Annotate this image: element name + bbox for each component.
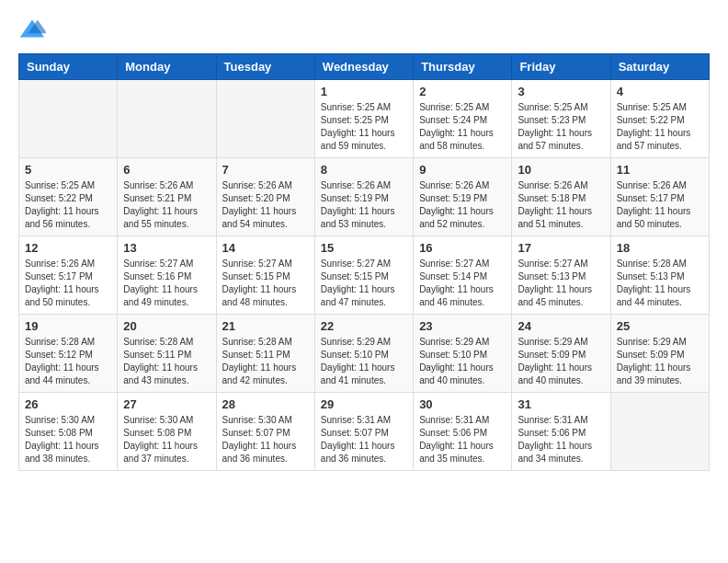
day-number: 13 [123,241,210,255]
calendar-day-26: 26Sunrise: 5:30 AM Sunset: 5:08 PM Dayli… [19,393,118,471]
day-info: Sunrise: 5:28 AM Sunset: 5:11 PM Dayligh… [222,336,309,387]
day-info: Sunrise: 5:28 AM Sunset: 5:13 PM Dayligh… [617,258,703,309]
calendar-day-27: 27Sunrise: 5:30 AM Sunset: 5:08 PM Dayli… [118,393,216,471]
calendar-day-24: 24Sunrise: 5:29 AM Sunset: 5:09 PM Dayli… [512,315,610,393]
day-info: Sunrise: 5:26 AM Sunset: 5:17 PM Dayligh… [25,258,111,309]
day-info: Sunrise: 5:26 AM Sunset: 5:21 PM Dayligh… [123,179,210,231]
day-info: Sunrise: 5:27 AM Sunset: 5:16 PM Dayligh… [123,258,210,309]
empty-cell [19,80,118,158]
day-number: 15 [321,241,407,255]
calendar-day-8: 8Sunrise: 5:26 AM Sunset: 5:19 PM Daylig… [314,158,413,236]
day-header-friday: Friday [512,54,610,80]
day-number: 9 [419,163,506,177]
day-number: 20 [123,319,210,333]
calendar-day-21: 21Sunrise: 5:28 AM Sunset: 5:11 PM Dayli… [216,315,314,393]
day-number: 29 [321,397,407,411]
calendar-day-3: 3Sunrise: 5:25 AM Sunset: 5:23 PM Daylig… [512,80,610,158]
calendar-day-16: 16Sunrise: 5:27 AM Sunset: 5:14 PM Dayli… [414,236,512,315]
day-info: Sunrise: 5:29 AM Sunset: 5:10 PM Dayligh… [321,336,407,387]
day-header-tuesday: Tuesday [216,54,314,80]
day-number: 25 [617,319,703,333]
page-header [18,18,710,39]
logo [18,18,50,39]
calendar-week-row: 5Sunrise: 5:25 AM Sunset: 5:22 PM Daylig… [19,158,710,236]
day-info: Sunrise: 5:27 AM Sunset: 5:14 PM Dayligh… [419,258,506,309]
day-info: Sunrise: 5:27 AM Sunset: 5:15 PM Dayligh… [321,258,407,309]
day-info: Sunrise: 5:25 AM Sunset: 5:22 PM Dayligh… [617,101,703,153]
empty-cell [118,80,216,158]
calendar-day-15: 15Sunrise: 5:27 AM Sunset: 5:15 PM Dayli… [314,236,413,315]
day-info: Sunrise: 5:25 AM Sunset: 5:22 PM Dayligh… [25,179,111,231]
day-header-wednesday: Wednesday [314,54,413,80]
day-number: 19 [25,319,111,333]
day-number: 31 [518,397,604,411]
day-number: 4 [617,85,703,98]
calendar-day-11: 11Sunrise: 5:26 AM Sunset: 5:17 PM Dayli… [610,158,709,236]
day-header-thursday: Thursday [414,54,512,80]
day-info: Sunrise: 5:26 AM Sunset: 5:17 PM Dayligh… [617,179,703,231]
day-info: Sunrise: 5:25 AM Sunset: 5:23 PM Dayligh… [518,101,604,153]
calendar-day-23: 23Sunrise: 5:29 AM Sunset: 5:10 PM Dayli… [414,315,512,393]
day-number: 8 [321,163,407,177]
calendar-day-4: 4Sunrise: 5:25 AM Sunset: 5:22 PM Daylig… [610,80,709,158]
calendar-week-row: 26Sunrise: 5:30 AM Sunset: 5:08 PM Dayli… [19,393,710,471]
calendar-day-9: 9Sunrise: 5:26 AM Sunset: 5:19 PM Daylig… [414,158,512,236]
calendar-week-row: 1Sunrise: 5:25 AM Sunset: 5:25 PM Daylig… [19,80,710,158]
day-number: 11 [617,163,703,177]
calendar-day-7: 7Sunrise: 5:26 AM Sunset: 5:20 PM Daylig… [216,158,314,236]
day-number: 2 [419,85,506,98]
calendar-day-2: 2Sunrise: 5:25 AM Sunset: 5:24 PM Daylig… [414,80,512,158]
calendar-table: SundayMondayTuesdayWednesdayThursdayFrid… [18,53,710,471]
calendar-day-20: 20Sunrise: 5:28 AM Sunset: 5:11 PM Dayli… [118,315,216,393]
day-number: 16 [419,241,506,255]
empty-cell [610,393,709,471]
day-info: Sunrise: 5:25 AM Sunset: 5:25 PM Dayligh… [321,101,407,153]
calendar-day-19: 19Sunrise: 5:28 AM Sunset: 5:12 PM Dayli… [19,315,118,393]
day-number: 21 [222,319,309,333]
day-header-monday: Monday [118,54,216,80]
day-info: Sunrise: 5:25 AM Sunset: 5:24 PM Dayligh… [419,101,506,153]
calendar-header-row: SundayMondayTuesdayWednesdayThursdayFrid… [19,54,710,80]
calendar-day-17: 17Sunrise: 5:27 AM Sunset: 5:13 PM Dayli… [512,236,610,315]
day-info: Sunrise: 5:31 AM Sunset: 5:06 PM Dayligh… [518,414,604,465]
day-header-saturday: Saturday [610,54,709,80]
day-info: Sunrise: 5:30 AM Sunset: 5:07 PM Dayligh… [222,414,309,465]
day-info: Sunrise: 5:26 AM Sunset: 5:18 PM Dayligh… [518,179,604,231]
day-number: 12 [25,241,111,255]
day-number: 18 [617,241,703,255]
calendar-day-13: 13Sunrise: 5:27 AM Sunset: 5:16 PM Dayli… [118,236,216,315]
day-info: Sunrise: 5:26 AM Sunset: 5:20 PM Dayligh… [222,179,309,231]
day-info: Sunrise: 5:26 AM Sunset: 5:19 PM Dayligh… [419,179,506,231]
day-number: 27 [123,397,210,411]
day-number: 17 [518,241,604,255]
day-number: 22 [321,319,407,333]
logo-icon [18,18,46,39]
day-info: Sunrise: 5:31 AM Sunset: 5:06 PM Dayligh… [419,414,506,465]
calendar-day-6: 6Sunrise: 5:26 AM Sunset: 5:21 PM Daylig… [118,158,216,236]
calendar-week-row: 19Sunrise: 5:28 AM Sunset: 5:12 PM Dayli… [19,315,710,393]
calendar-week-row: 12Sunrise: 5:26 AM Sunset: 5:17 PM Dayli… [19,236,710,315]
day-info: Sunrise: 5:28 AM Sunset: 5:12 PM Dayligh… [25,336,111,387]
day-number: 6 [123,163,210,177]
calendar-day-18: 18Sunrise: 5:28 AM Sunset: 5:13 PM Dayli… [610,236,709,315]
day-info: Sunrise: 5:27 AM Sunset: 5:13 PM Dayligh… [518,258,604,309]
day-info: Sunrise: 5:29 AM Sunset: 5:10 PM Dayligh… [419,336,506,387]
day-header-sunday: Sunday [19,54,118,80]
day-number: 3 [518,85,604,98]
calendar-day-28: 28Sunrise: 5:30 AM Sunset: 5:07 PM Dayli… [216,393,314,471]
day-info: Sunrise: 5:30 AM Sunset: 5:08 PM Dayligh… [25,414,111,465]
day-info: Sunrise: 5:27 AM Sunset: 5:15 PM Dayligh… [222,258,309,309]
day-number: 24 [518,319,604,333]
day-number: 14 [222,241,309,255]
day-number: 23 [419,319,506,333]
calendar-day-1: 1Sunrise: 5:25 AM Sunset: 5:25 PM Daylig… [314,80,413,158]
day-number: 10 [518,163,604,177]
day-info: Sunrise: 5:26 AM Sunset: 5:19 PM Dayligh… [321,179,407,231]
calendar-day-30: 30Sunrise: 5:31 AM Sunset: 5:06 PM Dayli… [414,393,512,471]
calendar-day-29: 29Sunrise: 5:31 AM Sunset: 5:07 PM Dayli… [314,393,413,471]
calendar-day-22: 22Sunrise: 5:29 AM Sunset: 5:10 PM Dayli… [314,315,413,393]
calendar-day-14: 14Sunrise: 5:27 AM Sunset: 5:15 PM Dayli… [216,236,314,315]
calendar-day-12: 12Sunrise: 5:26 AM Sunset: 5:17 PM Dayli… [19,236,118,315]
day-info: Sunrise: 5:28 AM Sunset: 5:11 PM Dayligh… [123,336,210,387]
day-info: Sunrise: 5:29 AM Sunset: 5:09 PM Dayligh… [617,336,703,387]
